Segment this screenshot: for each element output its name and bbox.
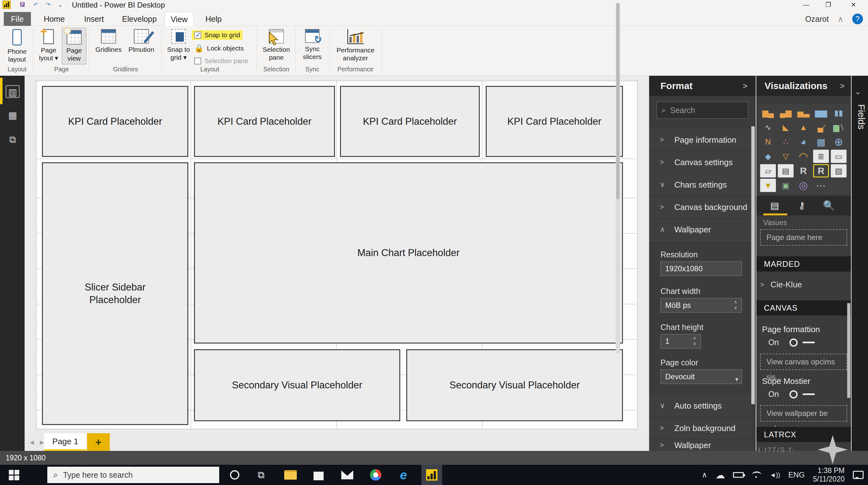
data-view-icon[interactable]: ▦ [6,109,20,121]
plmution-button[interactable]: Plmution [126,29,157,53]
tab-insert[interactable]: Insert [78,12,110,26]
cie-klue-item[interactable]: >Cie-Klue [760,280,802,289]
view-wallpaper-link[interactable]: View wallpaper be solo... [760,405,847,422]
python-script-icon[interactable]: R [813,164,829,177]
close-button[interactable]: ✕ [845,0,862,9]
kpi-icon[interactable]: ▱ [760,164,776,177]
kpi-card-placeholder-1[interactable]: KPI Card Placeholder [42,86,188,157]
section-wallpaper-bottom[interactable]: >Wallpaper [649,439,752,451]
more-options-icon[interactable]: ⋯ [813,179,829,192]
help-icon[interactable]: ? [852,13,863,24]
chrome-icon[interactable] [368,465,383,485]
cortana-icon[interactable] [228,465,242,485]
canvas-scrollbar-thumb[interactable] [616,3,619,199]
performance-analyzer-button[interactable]: Performanceanalyzer [332,29,379,62]
snap-to-grid-button[interactable]: Snap togrid ▾ [166,29,191,61]
tab-file[interactable]: File [4,12,31,26]
shape-map-icon[interactable]: ▽ [778,150,794,163]
report-view-icon[interactable]: ▥ [6,85,20,98]
format-panel-collapse-icon[interactable]: > [743,81,747,91]
visualizations-collapse-icon[interactable]: > [840,81,845,91]
pie-chart-icon[interactable]: ◕ [796,135,811,148]
section-chars-settings[interactable]: ∨Chars settings [649,174,752,196]
section-zoln-background[interactable]: >Zoln background [649,417,752,439]
analytics-pane-tab-icon[interactable]: 🔍 [822,199,836,212]
r-script-icon[interactable]: R [796,164,811,177]
sope-mostier-toggle[interactable]: On [768,390,815,399]
tab-help[interactable]: Help [199,12,228,26]
action-center-icon[interactable] [853,471,864,479]
map-icon[interactable]: ⊕ [831,135,846,148]
phone-layout-button[interactable]: Phone layout [4,29,30,63]
model-view-icon[interactable]: ⧉ [6,133,20,146]
save-icon[interactable]: 🖫 [18,1,27,8]
page-color-dropdown[interactable]: Devocuit ▾ [660,369,742,384]
matrix-icon[interactable]: ▤ [778,164,794,177]
language-indicator[interactable]: ENG [788,470,805,479]
secondary-visual-placeholder-1[interactable]: Secondary Visual Placeholder [194,349,400,421]
slicer-sidebar-placeholder[interactable]: Slicer Sidebar Placeholder [42,162,188,425]
clock[interactable]: 1:38 PM5/11/2020 [813,466,845,483]
section-auto-settings[interactable]: ∨Auto settings [649,395,752,417]
lock-objects-checkbox[interactable]: 🔒 Lock objects [192,44,246,53]
onedrive-cloud-icon[interactable]: ☁ [715,469,725,481]
secondary-visual-placeholder-2[interactable]: Secondary Visual Placeholder [406,349,623,421]
taskbar-search[interactable]: ⌕ Type here to search [47,467,219,483]
card-icon[interactable]: ▭ [831,150,846,163]
battery-icon[interactable] [733,472,744,478]
multi-row-card-icon[interactable]: ≣ [813,150,829,163]
chart-width-input[interactable]: MöB ps ∧∨ [660,298,742,313]
chart-height-input[interactable]: 1 ∧∨ [660,334,701,349]
power-automate-icon[interactable]: ▣ [778,179,794,192]
line-stacked-column-icon[interactable]: ▆∖ [831,121,846,134]
tab-view[interactable]: View [165,12,194,26]
previous-page-icon[interactable]: ◂ [27,436,37,448]
gridlines-button[interactable]: Gridlines [93,29,124,53]
section-canvas-settings[interactable]: >Canvas settings [649,151,752,174]
page-tab[interactable]: Page 1 [44,433,86,451]
format-pane-tab-icon[interactable]: ⚷ [795,199,809,212]
line-chart-icon[interactable]: ∿ [760,121,776,134]
report-canvas[interactable]: KPI Card Placeholder KPI Card Placeholde… [25,76,647,433]
clustered-bar-chart-icon[interactable]: ▅▃ [796,106,811,119]
page-view-button[interactable]: Page view [62,28,86,64]
kpi-card-placeholder-3[interactable]: KPI Card Placeholder [340,86,480,157]
section-wallpaper[interactable]: ∧Wallpaper [649,219,752,241]
add-page-button[interactable]: + [87,433,110,451]
edge-icon[interactable]: e [396,465,411,485]
quick-access-dropdown-icon[interactable]: ⌄ [56,1,64,8]
tray-expand-icon[interactable]: ∧ [702,470,708,479]
main-chart-placeholder[interactable]: Main Chart Placeholder [194,162,623,344]
undo-icon[interactable]: ↶ [32,1,40,8]
format-panel-scrollbar[interactable] [751,126,755,404]
decomposition-tree-icon[interactable]: ◎ [796,179,811,192]
stacked-bar-chart-blue-icon[interactable]: ▆▆ [813,106,829,119]
scatter-chart-icon[interactable]: ∴ [778,135,794,148]
format-search-box[interactable]: ⌕ Search [657,102,748,119]
filled-map-icon[interactable]: ◆ [760,150,776,163]
treemap-icon[interactable]: ▦ [813,135,829,148]
start-button[interactable] [7,465,21,485]
microsoft-store-icon[interactable] [312,465,326,485]
resolution-input[interactable]: 1920x1080 [660,261,742,276]
section-page-information[interactable]: >Page information [649,129,752,151]
mail-icon[interactable] [340,465,354,485]
sync-slicers-button[interactable]: ↻ Syncslicers [298,29,327,61]
visualizations-scrollbar[interactable] [847,303,850,398]
kpi-card-placeholder-4[interactable]: KPI Card Placeholder [486,86,623,157]
view-canvas-options-link[interactable]: View canvas opcims sis... [760,354,847,370]
tab-elevelopp[interactable]: Elevelopp [117,12,161,26]
stacked-area-chart-icon[interactable]: ▲ [796,121,811,134]
snap-to-grid-checkbox[interactable]: Snap to grid [192,30,243,40]
tab-home[interactable]: Home [38,12,70,26]
ribbon-chart-icon[interactable]: N [760,135,776,148]
paginated-report-icon[interactable]: ▨ [831,164,846,177]
minimize-button[interactable]: — [797,0,815,9]
area-chart-icon[interactable]: ◣ [778,121,794,134]
task-view-icon[interactable]: ⧉ [254,465,268,485]
clustered-column-chart-icon[interactable]: ▄▆ [778,106,794,119]
page-lyout-button[interactable]: ✚ Page lyout ▾ [37,29,60,62]
field-drop-zone[interactable]: Page dame here [760,229,847,246]
redo-icon[interactable]: ↷ [44,1,52,8]
restore-button[interactable]: ❐ [819,0,837,9]
